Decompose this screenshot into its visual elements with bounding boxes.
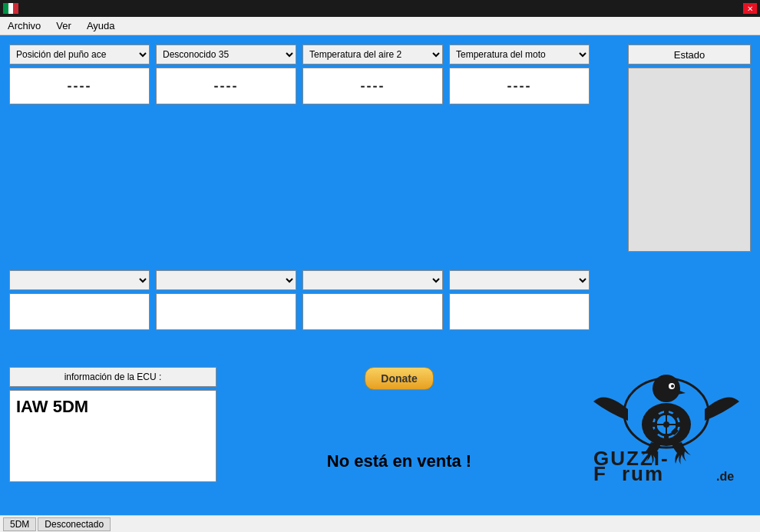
flag-red (13, 3, 18, 14)
flag-icon (3, 3, 18, 14)
ecu-value: IAW 5DM (9, 390, 216, 482)
no-sale-text: No está en venta ! (327, 451, 471, 471)
status-model: 5DM (3, 517, 36, 531)
sensor-select-4[interactable]: Temperatura del moto (449, 45, 590, 64)
sensor-value-6 (156, 293, 296, 330)
sensor-select-2[interactable]: Desconocido 35 (156, 45, 296, 64)
sensor-value-3: ---- (302, 68, 443, 104)
ecu-panel: información de la ECU : IAW 5DM (9, 367, 216, 482)
menu-archivo[interactable]: Archivo (5, 18, 44, 33)
svg-text:F⊕rum: F⊕rum (593, 462, 664, 482)
sensor-group-7 (302, 270, 443, 330)
svg-rect-9 (664, 434, 669, 440)
flag-white (8, 3, 14, 14)
svg-point-1 (653, 375, 680, 402)
sensor-value-4: ---- (449, 68, 590, 104)
status-display (628, 68, 751, 252)
status-bar: 5DM Desconectado (0, 515, 760, 532)
sensor-value-5 (9, 293, 150, 330)
sensor-group-4: Temperatura del moto ---- (449, 45, 590, 104)
sensor-group-6 (156, 270, 296, 330)
close-button[interactable]: ✕ (743, 3, 757, 14)
center-area: Donate No está en venta ! (216, 367, 582, 471)
sensor-select-3[interactable]: Temperatura del aire 2 (302, 45, 443, 64)
sensor-group-1: Posición del puño ace ---- (9, 45, 150, 104)
main-content: Posición del puño ace ---- Desconocido 3… (0, 35, 760, 515)
flag-green (3, 3, 8, 14)
svg-point-3 (671, 385, 674, 388)
sensor-group-8 (449, 270, 590, 330)
sensor-select-1[interactable]: Posición del puño ace (9, 45, 150, 64)
sensor-value-7 (302, 293, 443, 330)
sensor-group-3: Temperatura del aire 2 ---- (302, 45, 443, 104)
ecu-label: información de la ECU : (9, 367, 216, 387)
sensor-group-2: Desconocido 35 ---- (156, 45, 296, 104)
menu-ver[interactable]: Ver (53, 18, 74, 33)
sensor-value-2: ---- (156, 68, 296, 104)
svg-marker-4 (677, 390, 686, 395)
sensor-value-8 (449, 293, 590, 330)
guzzi-forum-logo: GUZZI- F⊕rum .de (582, 359, 751, 482)
status-label: Estado (628, 45, 751, 64)
donate-button[interactable]: Donate (365, 367, 433, 390)
sensor-select-5[interactable] (9, 270, 150, 290)
svg-text:.de: .de (716, 470, 734, 482)
menu-ayuda[interactable]: Ayuda (84, 18, 118, 33)
sensor-select-7[interactable] (302, 270, 443, 290)
status-connection: Desconectado (38, 517, 111, 531)
svg-rect-8 (664, 409, 669, 415)
sensor-select-8[interactable] (449, 270, 590, 290)
sensor-group-5 (9, 270, 150, 330)
guzzi-logo-area: GUZZI- F⊕rum .de (582, 359, 751, 482)
sensor-select-6[interactable] (156, 270, 296, 290)
sensor-value-1: ---- (9, 68, 150, 104)
svg-point-18 (663, 421, 669, 428)
status-panel: Estado (628, 45, 751, 252)
menu-bar: Archivo Ver Ayuda (0, 17, 760, 35)
title-bar: ✕ (0, 0, 760, 17)
